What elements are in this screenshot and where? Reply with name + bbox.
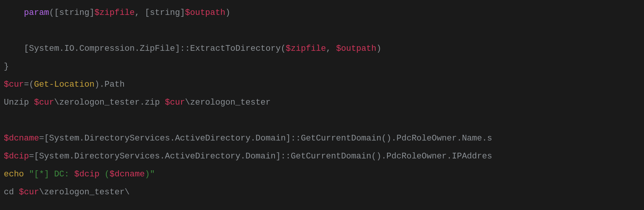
code-line: } [4, 62, 9, 71]
code-line: [System.IO.Compression.ZipFile]::Extract… [4, 44, 381, 53]
code-line: param([string]$zipfile, [string]$outpath… [4, 8, 230, 18]
code-line: $dcname=[System.DirectoryServices.Active… [4, 134, 492, 143]
var-cur: $cur [4, 80, 24, 89]
code-line: Unzip $cur\zerologon_tester.zip $cur\zer… [4, 98, 271, 107]
var-outpath: $outpath [185, 8, 225, 18]
var-dcname: $dcname [4, 134, 39, 143]
code-line: echo "[*] DC: $dcip ($dcname)" [4, 170, 155, 179]
code-block: param([string]$zipfile, [string]$outpath… [0, 0, 644, 205]
var-zipfile: $zipfile [95, 8, 135, 18]
var-dcip: $dcip [4, 152, 29, 161]
keyword-param: param [24, 8, 49, 18]
code-line: $cur=(Get-Location).Path [4, 80, 125, 89]
cmdlet-get-location: Get-Location [34, 80, 94, 89]
code-line: cd $cur\zerologon_tester\ [4, 187, 130, 197]
code-line: $dcip=[System.DirectoryServices.ActiveDi… [4, 152, 492, 161]
